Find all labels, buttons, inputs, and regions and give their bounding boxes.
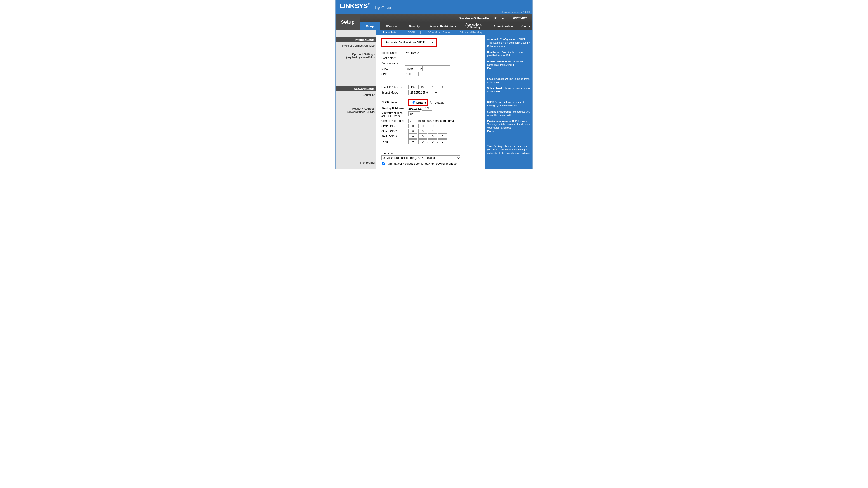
header-bar: LINKSYS® by Cisco Firmware Version: 1.5.…: [336, 0, 532, 14]
label-size: Size:: [381, 72, 405, 76]
label-starting-ip: Starting IP Address:: [381, 107, 408, 110]
dns3-octet-3[interactable]: [428, 134, 437, 139]
dns3-octet-4[interactable]: [438, 134, 447, 139]
label-dns1: Static DNS 1:: [381, 125, 408, 128]
timezone-select[interactable]: (GMT-08:00) Pacific Time (USA & Canada): [381, 156, 460, 160]
help-panel: Automatic Configuration - DHCP: This set…: [485, 35, 532, 169]
highlight-connection-type: Automatic Configuration - DHCP: [381, 38, 437, 47]
dhcp-enable-radio[interactable]: [412, 101, 415, 104]
label-wins: WINS:: [381, 140, 408, 143]
lease-time-suffix: minutes (0 means one day): [418, 119, 454, 123]
wins-octet-3[interactable]: [428, 139, 437, 144]
label-local-ip: Local IP Address:: [381, 86, 408, 89]
domain-name-input[interactable]: [405, 61, 450, 66]
local-ip-octet-1[interactable]: [408, 85, 417, 90]
subnav-ddns[interactable]: DDNS: [408, 31, 416, 34]
dhcp-disable-option[interactable]: Disable: [429, 100, 444, 104]
starting-ip-input[interactable]: [422, 106, 432, 111]
connection-type-select[interactable]: Automatic Configuration - DHCP: [383, 40, 434, 45]
highlight-dhcp-enable: Enable: [408, 99, 428, 105]
host-name-input[interactable]: [405, 56, 450, 60]
label-host-name: Host Name:: [381, 57, 405, 60]
subnav-basic-setup[interactable]: Basic Setup: [383, 31, 398, 34]
brand-text: LINKSYS: [340, 2, 368, 9]
label-router-ip: Router IP: [336, 93, 376, 97]
label-dhcp-server: DHCP Server:: [381, 101, 408, 104]
lease-time-input[interactable]: [408, 119, 417, 123]
mtu-select[interactable]: Auto: [405, 66, 423, 71]
page-title: Setup: [336, 14, 360, 30]
tab-setup[interactable]: Setup: [360, 22, 380, 30]
label-connection-type: Internet Connection Type: [336, 43, 376, 48]
help-dhcp-server: DHCP Server: Allows the router to manage…: [487, 101, 530, 107]
label-time-setting: Time Setting: [336, 160, 376, 165]
label-dhcp-settings: Network Address Server Settings (DHCP): [336, 106, 376, 114]
tab-access-restrictions[interactable]: Access Restrictions: [426, 22, 460, 30]
tab-wireless[interactable]: Wireless: [380, 22, 403, 30]
help-more-link-2[interactable]: More...: [487, 130, 495, 132]
dns1-octet-2[interactable]: [418, 124, 428, 128]
local-ip-octet-4[interactable]: [438, 85, 447, 90]
dns3-octet-1[interactable]: [408, 134, 417, 139]
wins-octet-1[interactable]: [408, 139, 417, 144]
reg-mark: ®: [368, 2, 369, 5]
dst-checkbox[interactable]: [382, 162, 385, 165]
dns1-octet-4[interactable]: [438, 124, 447, 128]
dns2-octet-4[interactable]: [438, 129, 447, 133]
dhcp-enable-option[interactable]: Enable: [411, 101, 426, 104]
size-input: [405, 72, 418, 76]
label-router-name: Router Name:: [381, 51, 405, 55]
help-subnet: Subnet Mask: This is the subnet mask of …: [487, 87, 530, 93]
router-name-input[interactable]: [405, 51, 450, 55]
label-subnet: Subnet Mask:: [381, 91, 408, 94]
help-starting-ip: Starting IP Address: The address you wou…: [487, 110, 530, 117]
wins-octet-4[interactable]: [438, 139, 447, 144]
help-host-name: Host Name: Enter the host name provided …: [487, 51, 530, 57]
label-timezone: Time Zone:: [381, 152, 405, 155]
subnet-mask-select[interactable]: 255.255.255.0: [408, 90, 438, 95]
label-lease-time: Client Lease Time:: [381, 119, 408, 123]
left-column: Internet Setup Internet Connection Type …: [336, 35, 376, 169]
section-internet-setup: Internet Setup: [336, 37, 376, 42]
help-auto-config: Automatic Configuration - DHCP: This set…: [487, 38, 530, 48]
local-ip-octet-3[interactable]: [428, 85, 437, 90]
main-tabs: Setup Wireless Security Access Restricti…: [360, 22, 532, 30]
sub-nav-links: Basic Setup | DDNS | MAC Address Clone |…: [376, 30, 532, 35]
starting-ip-prefix: 192.168.1.: [408, 107, 422, 110]
label-domain-name: Domain Name:: [381, 62, 405, 65]
help-max-users: Maximum number of DHCP Users: You may li…: [487, 120, 530, 133]
tab-status[interactable]: Status: [519, 22, 532, 30]
router-admin-page: LINKSYS® by Cisco Firmware Version: 1.5.…: [269, 0, 599, 169]
local-ip-octet-2[interactable]: [418, 85, 428, 90]
dst-checkbox-label[interactable]: Automatically adjust clock for daylight …: [381, 161, 457, 165]
product-bar: Wireless-G Broadband Router WRT54G2: [360, 14, 532, 22]
title-and-nav: Setup Wireless-G Broadband Router WRT54G…: [336, 14, 532, 30]
help-time-setting: Time Setting: Choose the time zone you a…: [487, 144, 530, 155]
by-cisco: by Cisco: [375, 5, 393, 10]
nav-stack: Wireless-G Broadband Router WRT54G2 Setu…: [360, 14, 532, 30]
subnav-advanced-routing[interactable]: Advanced Routing: [460, 31, 482, 34]
tab-security[interactable]: Security: [403, 22, 426, 30]
dns2-octet-3[interactable]: [428, 129, 437, 133]
product-desc: Wireless-G Broadband Router: [360, 14, 507, 22]
sub-nav: Basic Setup | DDNS | MAC Address Clone |…: [336, 30, 532, 35]
label-mtu: MTU:: [381, 67, 405, 70]
dhcp-disable-radio[interactable]: [430, 101, 433, 104]
dns2-octet-1[interactable]: [408, 129, 417, 133]
subnav-mac-clone[interactable]: MAC Address Clone: [426, 31, 450, 34]
tab-apps-gaming[interactable]: Applications & Gaming: [460, 22, 487, 30]
dns1-octet-3[interactable]: [428, 124, 437, 128]
help-local-ip: Local IP Address: This is the address of…: [487, 77, 530, 84]
help-more-link-1[interactable]: More...: [487, 67, 495, 70]
dns2-octet-2[interactable]: [418, 129, 428, 133]
dns1-octet-1[interactable]: [408, 124, 417, 128]
max-users-input[interactable]: [408, 111, 420, 116]
product-model: WRT54G2: [507, 14, 532, 22]
wins-octet-2[interactable]: [418, 139, 428, 144]
label-dns3: Static DNS 3:: [381, 135, 408, 138]
dns3-octet-2[interactable]: [418, 134, 428, 139]
tab-administration[interactable]: Administration: [487, 22, 519, 30]
firmware-version: Firmware Version: 1.5.01: [502, 11, 530, 13]
label-optional-settings: Optional Settings (required by some ISPs…: [336, 52, 376, 60]
router-frame: LINKSYS® by Cisco Firmware Version: 1.5.…: [336, 0, 532, 169]
